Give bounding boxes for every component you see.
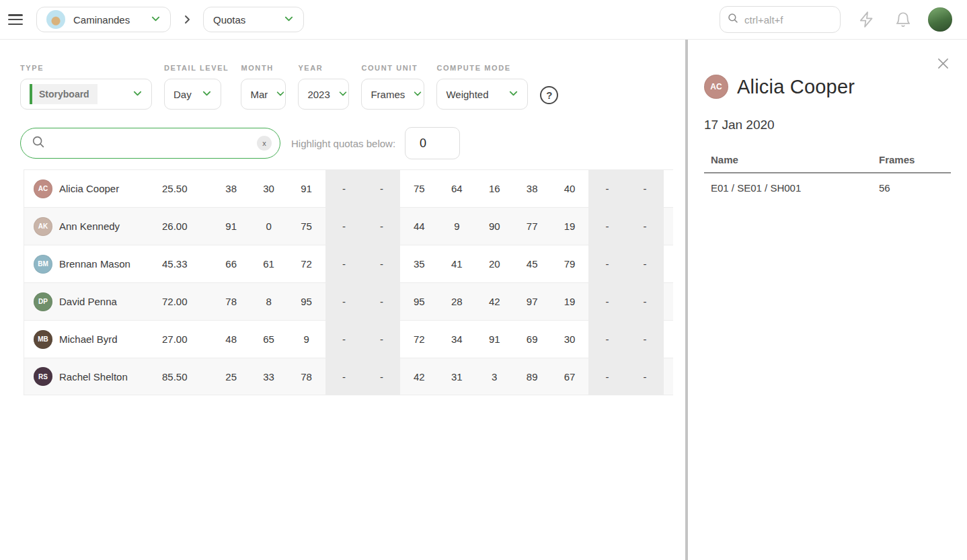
detail-level-select[interactable]: Day [164,79,221,110]
average-quota-cell[interactable]: 27.00 [156,321,194,358]
weekend-day-cell[interactable]: - [362,170,400,207]
weekend-day-cell[interactable]: - [626,358,664,395]
close-icon[interactable] [937,57,950,73]
person-name-cell[interactable]: RSRachel Shelton [24,358,156,395]
day-quota-cell[interactable]: 44 [400,208,438,245]
weekend-day-cell[interactable]: - [626,245,664,282]
table-row[interactable]: AKAnn Kennedy26.0091075--449907719-- [24,207,673,245]
day-quota-cell[interactable]: 78 [212,283,250,320]
person-name-cell[interactable]: DPDavid Penna [24,283,156,320]
user-avatar[interactable] [928,7,952,32]
day-quota-cell[interactable]: 20 [475,245,513,282]
weekend-day-cell[interactable]: - [626,283,664,320]
year-select[interactable]: 2023 [298,79,349,110]
weekend-day-cell[interactable]: - [362,321,400,358]
day-quota-cell[interactable]: 77 [513,208,551,245]
weekend-day-cell[interactable]: - [626,208,664,245]
menu-icon[interactable] [8,14,23,25]
day-quota-cell[interactable]: 75 [288,208,325,245]
person-name-cell[interactable]: ACAlicia Cooper [24,170,156,207]
day-quota-cell[interactable]: 67 [551,358,588,395]
highlight-threshold-input[interactable] [405,127,460,159]
day-quota-cell[interactable]: 42 [475,283,513,320]
day-quota-cell[interactable]: 42 [400,358,438,395]
timesheet-zap-icon[interactable] [858,11,876,28]
table-row[interactable]: ACAlicia Cooper25.50383091--7564163840-- [24,169,673,207]
weekend-day-cell[interactable]: - [588,358,626,395]
weekend-day-cell[interactable]: - [325,208,363,245]
day-quota-cell[interactable]: 31 [438,358,475,395]
day-quota-cell[interactable]: 0 [250,208,288,245]
day-quota-cell[interactable]: 9 [438,208,475,245]
day-quota-cell[interactable]: 95 [288,283,325,320]
weekend-day-cell[interactable]: - [325,358,363,395]
day-quota-cell[interactable]: 45 [513,245,551,282]
day-quota-cell[interactable]: 35 [400,245,438,282]
day-quota-cell[interactable]: 28 [438,283,475,320]
day-quota-cell[interactable]: 95 [400,283,438,320]
day-quota-cell[interactable]: 75 [400,170,438,207]
day-quota-cell[interactable]: 40 [551,170,588,207]
day-quota-cell[interactable]: 90 [475,208,513,245]
weekend-day-cell[interactable]: - [362,208,400,245]
day-quota-cell[interactable]: 41 [438,245,475,282]
clear-search-button[interactable]: x [257,136,272,151]
weekend-day-cell[interactable]: - [588,170,626,207]
weekend-day-cell[interactable]: - [588,283,626,320]
table-row[interactable]: MBMichael Byrd27.0048659--7234916930-- [24,320,673,358]
weekend-day-cell[interactable]: - [626,170,664,207]
day-quota-cell[interactable]: 33 [250,358,288,395]
day-quota-cell[interactable]: 25 [212,358,250,395]
quota-search-input[interactable] [51,138,252,149]
table-row[interactable]: BMBrennan Mason45.33666172--3541204579-- [24,245,673,282]
day-quota-cell[interactable]: 78 [288,358,325,395]
day-quota-cell[interactable]: 9 [288,321,325,358]
day-quota-cell[interactable]: 91 [475,321,513,358]
weekend-day-cell[interactable]: - [362,358,400,395]
notifications-bell-icon[interactable] [894,11,912,28]
compute-mode-select[interactable]: Weighted [436,79,528,110]
day-quota-cell[interactable]: 69 [513,321,551,358]
weekend-day-cell[interactable]: - [626,321,664,358]
count-unit-select[interactable]: Frames [361,79,424,110]
day-quota-cell[interactable]: 65 [250,321,288,358]
weekend-day-cell[interactable]: - [325,321,363,358]
average-quota-cell[interactable]: 26.00 [156,208,194,245]
weekend-day-cell[interactable]: - [325,245,363,282]
day-quota-cell[interactable]: 38 [212,170,250,207]
month-select[interactable]: Mar [241,79,286,110]
day-quota-cell[interactable]: 34 [438,321,475,358]
person-name-cell[interactable]: MBMichael Byrd [24,321,156,358]
section-select[interactable]: Quotas [203,7,304,32]
person-name-cell[interactable]: BMBrennan Mason [24,245,156,282]
day-quota-cell[interactable]: 66 [212,245,250,282]
day-quota-cell[interactable]: 3 [475,358,513,395]
day-quota-cell[interactable]: 91 [288,170,325,207]
person-name-cell[interactable]: AKAnn Kennedy [24,208,156,245]
average-quota-cell[interactable]: 85.50 [156,358,194,395]
day-quota-cell[interactable]: 89 [513,358,551,395]
weekend-day-cell[interactable]: - [362,283,400,320]
day-quota-cell[interactable]: 61 [250,245,288,282]
day-quota-cell[interactable]: 97 [513,283,551,320]
day-quota-cell[interactable]: 8 [250,283,288,320]
day-quota-cell[interactable]: 19 [551,283,588,320]
weekend-day-cell[interactable]: - [588,321,626,358]
help-icon[interactable]: ? [540,86,558,104]
day-quota-cell[interactable]: 16 [475,170,513,207]
weekend-day-cell[interactable]: - [588,208,626,245]
day-quota-cell[interactable]: 48 [212,321,250,358]
day-quota-cell[interactable]: 72 [400,321,438,358]
day-quota-cell[interactable]: 64 [438,170,475,207]
weekend-day-cell[interactable]: - [588,245,626,282]
average-quota-cell[interactable]: 45.33 [156,245,194,282]
day-quota-cell[interactable]: 30 [250,170,288,207]
day-quota-cell[interactable]: 38 [513,170,551,207]
weekend-day-cell[interactable]: - [325,170,363,207]
day-quota-cell[interactable]: 79 [551,245,588,282]
day-quota-cell[interactable]: 30 [551,321,588,358]
day-quota-cell[interactable]: 91 [212,208,250,245]
average-quota-cell[interactable]: 72.00 [156,283,194,320]
table-row[interactable]: RSRachel Shelton85.50253378--423138967-- [24,358,673,395]
type-select[interactable]: Storyboard [20,79,152,110]
